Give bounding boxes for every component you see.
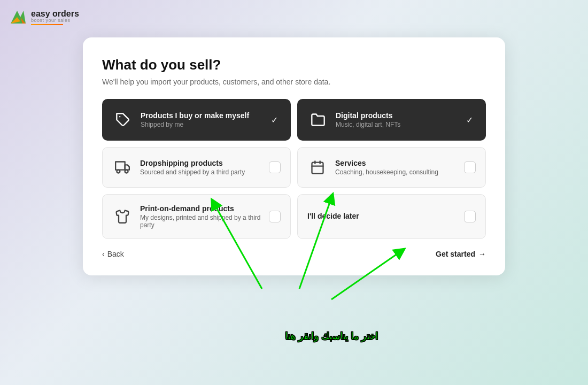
options-grid: Products I buy or make myself Shipped by… <box>102 99 486 239</box>
print-checkbox <box>269 211 281 222</box>
svg-point-6 <box>117 170 120 173</box>
tag-icon <box>113 110 133 130</box>
services-desc: Coaching, housekeeping, consulting <box>335 168 457 176</box>
dropshipping-desc: Sourced and shipped by a third party <box>140 168 261 176</box>
later-title: I'll decide later <box>307 212 457 220</box>
logo-text: easy orders boost your sales <box>31 9 79 25</box>
logo-main-text: easy orders <box>31 9 79 19</box>
print-desc: My designs, printed and shipped by a thi… <box>140 214 261 229</box>
svg-marker-5 <box>125 165 129 170</box>
option-dropshipping[interactable]: Dropshipping products Sourced and shippe… <box>102 147 291 188</box>
truck-icon <box>112 157 133 178</box>
option-services[interactable]: Services Coaching, housekeeping, consult… <box>297 147 486 188</box>
logo-underline <box>31 24 63 25</box>
digital-checkbox: ✓ <box>463 114 475 126</box>
digital-desc: Music, digital art, NFTs <box>336 121 456 128</box>
dropshipping-text: Dropshipping products Sourced and shippe… <box>140 159 261 176</box>
annotation-text: اختر ما يناسبك وانقر هنا <box>285 330 378 342</box>
services-text: Services Coaching, housekeeping, consult… <box>335 159 457 176</box>
back-label: Back <box>107 250 124 258</box>
physical-desc: Shipped by me <box>141 121 261 128</box>
physical-title: Products I buy or make myself <box>141 111 261 120</box>
logo-sub-text: boost your sales <box>31 18 79 24</box>
arrow-right-icon: → <box>478 250 486 258</box>
card-subtitle: We'll help you import your products, cus… <box>102 78 486 86</box>
dropshipping-title: Dropshipping products <box>140 159 261 167</box>
print-text: Print-on-demand products My designs, pri… <box>140 204 261 229</box>
dropshipping-checkbox <box>269 161 281 173</box>
get-started-label: Get started <box>436 250 475 258</box>
digital-title: Digital products <box>336 111 456 120</box>
svg-point-7 <box>125 170 128 173</box>
main-card: What do you sell? We'll help you import … <box>83 37 505 275</box>
card-title: What do you sell? <box>102 57 486 73</box>
later-checkbox <box>464 211 476 222</box>
physical-checkbox: ✓ <box>268 114 280 126</box>
later-text: I'll decide later <box>307 212 457 221</box>
option-print[interactable]: Print-on-demand products My designs, pri… <box>102 194 291 239</box>
svg-rect-4 <box>115 162 125 170</box>
folder-icon <box>308 110 328 130</box>
card-footer: ‹ Back Get started → <box>102 250 486 258</box>
calendar-icon <box>307 157 328 178</box>
option-later[interactable]: I'll decide later <box>297 194 486 239</box>
tshirt-icon <box>112 206 133 227</box>
option-physical[interactable]: Products I buy or make myself Shipped by… <box>102 99 291 141</box>
get-started-button[interactable]: Get started → <box>436 250 486 258</box>
option-digital[interactable]: Digital products Music, digital art, NFT… <box>297 99 486 141</box>
services-title: Services <box>335 159 457 167</box>
logo-icon <box>6 6 28 28</box>
svg-rect-8 <box>312 163 323 174</box>
back-chevron-icon: ‹ <box>102 250 105 258</box>
logo: easy orders boost your sales <box>6 6 79 28</box>
services-checkbox <box>464 161 476 173</box>
physical-text: Products I buy or make myself Shipped by… <box>141 111 261 128</box>
digital-text: Digital products Music, digital art, NFT… <box>336 111 456 128</box>
print-title: Print-on-demand products <box>140 204 261 213</box>
back-button[interactable]: ‹ Back <box>102 250 124 258</box>
